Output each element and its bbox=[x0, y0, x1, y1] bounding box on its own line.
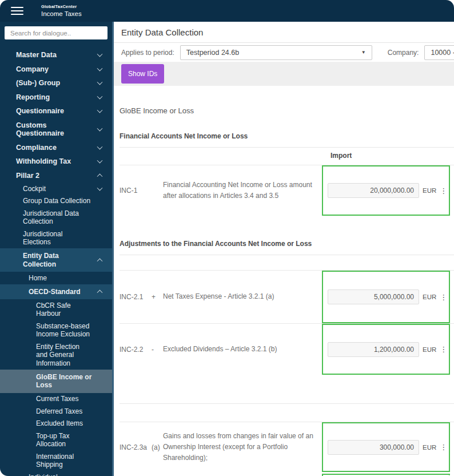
chevron-down-icon bbox=[97, 126, 103, 132]
sidebar-scrollbar[interactable] bbox=[112, 22, 114, 476]
import-cell-annotation: EUR ⋮ bbox=[322, 165, 450, 216]
row-sign: (a) bbox=[152, 443, 163, 451]
amount-input[interactable] bbox=[328, 183, 419, 198]
sidebar-item-label: Customs Questionnaire bbox=[16, 121, 64, 138]
form-groups: Financial Accounts Net Income or LossImp… bbox=[120, 132, 454, 476]
kebab-menu-icon[interactable]: ⋮ bbox=[440, 187, 447, 195]
sidebar: Master Data Company (Sub-) Group Reporti… bbox=[0, 22, 114, 476]
import-cell-annotation: EUR ⋮ bbox=[322, 324, 450, 375]
row-spacer bbox=[120, 375, 454, 404]
sidebar-item-substance-based-income-exclusion[interactable]: Substance-based Income Exclusion bbox=[0, 320, 114, 340]
sidebar-item-label: CbCR Safe Harbour bbox=[36, 302, 71, 318]
page-title-row: Entity Data Collection bbox=[114, 22, 454, 43]
row-description: Financial Accounting Net Income or Loss … bbox=[163, 180, 322, 201]
toolbar: Show IDs bbox=[114, 62, 454, 86]
sidebar-nav: Master Data Company (Sub-) Group Reporti… bbox=[0, 48, 114, 476]
form-group: Financial Accounts Net Income or LossImp… bbox=[120, 132, 454, 216]
sidebar-item-excluded-items[interactable]: Excluded Items bbox=[0, 418, 114, 430]
sidebar-item-entity-data-collection[interactable]: Entity Data Collection bbox=[0, 248, 114, 272]
sidebar-item-label: Home bbox=[29, 274, 47, 282]
period-label: Applies to period: bbox=[121, 49, 174, 57]
sidebar-item-globe-income-or-loss[interactable]: GloBE Income or Loss bbox=[0, 370, 114, 393]
sidebar-item-label: Master Data bbox=[16, 51, 57, 59]
sidebar-item-pillar-2[interactable]: Pillar 2 bbox=[0, 169, 114, 183]
sidebar-item-cockpit[interactable]: Cockpit bbox=[0, 183, 114, 195]
sidebar-item-master-data[interactable]: Master Data bbox=[0, 48, 114, 62]
company-select-value: 10000 - Ultimate Par bbox=[431, 49, 454, 57]
product-name: Income Taxes bbox=[41, 10, 82, 18]
sidebar-item-home[interactable]: Home bbox=[0, 272, 114, 284]
amount-input[interactable] bbox=[328, 289, 419, 304]
sidebar-item-label: Reporting bbox=[16, 93, 50, 101]
sidebar-item-compliance[interactable]: Compliance bbox=[0, 141, 114, 155]
sidebar-item-jurisdictional-data-collection[interactable]: Jurisdictional Data Collection bbox=[0, 207, 114, 228]
sidebar-item-reporting[interactable]: Reporting bbox=[0, 90, 114, 105]
currency-label: EUR bbox=[423, 444, 436, 451]
currency-label: EUR bbox=[423, 293, 436, 300]
sidebar-item-entity-election-and-general-information[interactable]: Entity Election and General Information bbox=[0, 340, 114, 370]
chevron-down-icon bbox=[97, 144, 103, 149]
chevron-down-icon bbox=[97, 51, 103, 57]
column-header-band: Import bbox=[120, 148, 454, 165]
sidebar-item-deferred-taxes[interactable]: Deferred Taxes bbox=[0, 405, 114, 418]
sidebar-item-label: Group Data Collection bbox=[23, 197, 90, 205]
sidebar-item-label: Withholding Tax bbox=[16, 157, 71, 165]
table-row: INC-2.3a (a) Gains and losses from chang… bbox=[120, 422, 454, 472]
row-description: Excluded Dividends – Article 3.2.1 (b) bbox=[163, 344, 322, 355]
table-row: INC-2.2 - Excluded Dividends – Article 3… bbox=[120, 323, 454, 375]
page-title: Entity Data Collection bbox=[121, 27, 203, 37]
sidebar-item-individual-calculations[interactable]: Individual Calculations bbox=[0, 471, 114, 476]
hamburger-menu-icon[interactable] bbox=[11, 7, 23, 15]
group-heading: Adjustments to the Financial Accounts Ne… bbox=[120, 240, 454, 255]
currency-label: EUR bbox=[423, 187, 436, 194]
main-area: Entity Data Collection Applies to period… bbox=[114, 22, 454, 476]
sidebar-item-label: Jurisdictional Data Collection bbox=[23, 209, 79, 226]
kebab-menu-icon[interactable]: ⋮ bbox=[440, 293, 447, 301]
row-code: INC-2.1 bbox=[120, 293, 152, 301]
sidebar-item-label: Cockpit bbox=[23, 185, 46, 193]
import-cell-annotation: EUR ⋮ bbox=[322, 271, 450, 323]
amount-input[interactable] bbox=[328, 440, 419, 455]
sidebar-item-questionnaire[interactable]: Questionnaire bbox=[0, 104, 114, 118]
sidebar-item-international-shipping[interactable]: International Shipping bbox=[0, 450, 114, 471]
period-select[interactable]: Testperiod 24.6b ▼ bbox=[180, 45, 372, 60]
chevron-down-icon bbox=[97, 185, 103, 191]
partial-next-row bbox=[120, 472, 454, 476]
period-select-value: Testperiod 24.6b bbox=[186, 49, 239, 57]
show-ids-button[interactable]: Show IDs bbox=[121, 64, 164, 84]
sidebar-item-label: Entity Election and General Information bbox=[36, 343, 79, 367]
row-code: INC-2.3a bbox=[120, 443, 152, 451]
amount-input[interactable] bbox=[328, 342, 419, 357]
sidebar-item-sub-group[interactable]: (Sub-) Group bbox=[0, 76, 114, 90]
import-cell-annotation bbox=[322, 474, 450, 476]
kebab-menu-icon[interactable]: ⋮ bbox=[440, 443, 447, 451]
sidebar-item-jurisdictional-elections[interactable]: Jurisdictional Elections bbox=[0, 228, 114, 248]
sidebar-item-group-data-collection[interactable]: Group Data Collection bbox=[0, 195, 114, 208]
sidebar-item-label: Pillar 2 bbox=[16, 172, 39, 180]
sidebar-item-company[interactable]: Company bbox=[0, 62, 114, 77]
dropdown-caret-icon: ▼ bbox=[357, 50, 366, 55]
column-header-band bbox=[120, 255, 454, 270]
section-title: GloBE Income or Loss bbox=[120, 106, 454, 115]
sidebar-item-label: OECD-Standard bbox=[29, 288, 81, 296]
chevron-up-icon bbox=[97, 173, 103, 179]
sidebar-item-withholding-tax[interactable]: Withholding Tax bbox=[0, 154, 114, 169]
sidebar-item-top-up-tax-allocation[interactable]: Top-up Tax Allocation bbox=[0, 430, 114, 450]
currency-label: EUR bbox=[423, 346, 436, 353]
form-content: GloBE Income or Loss Financial Accounts … bbox=[114, 106, 454, 476]
kebab-menu-icon[interactable]: ⋮ bbox=[440, 346, 447, 353]
sidebar-item-cbcr-safe-harbour[interactable]: CbCR Safe Harbour bbox=[0, 299, 114, 320]
row-code: INC-1 bbox=[120, 187, 152, 195]
chevron-down-icon bbox=[97, 65, 103, 71]
search-input[interactable] bbox=[5, 26, 107, 39]
row-sign: - bbox=[152, 346, 163, 354]
company-select[interactable]: 10000 - Ultimate Par bbox=[424, 45, 454, 60]
sidebar-item-current-taxes[interactable]: Current Taxes bbox=[0, 393, 114, 406]
sidebar-item-customs-questionnaire[interactable]: Customs Questionnaire bbox=[0, 118, 114, 141]
row-spacer bbox=[120, 404, 454, 422]
sidebar-item-label: (Sub-) Group bbox=[16, 79, 60, 87]
sidebar-item-oecd-standard[interactable]: OECD-Standard bbox=[0, 284, 114, 300]
import-column-header: Import bbox=[330, 152, 352, 160]
row-description: Gains and losses from changes in fair va… bbox=[163, 431, 322, 464]
row-description: Net Taxes Expense - Article 3.2.1 (a) bbox=[163, 291, 322, 302]
